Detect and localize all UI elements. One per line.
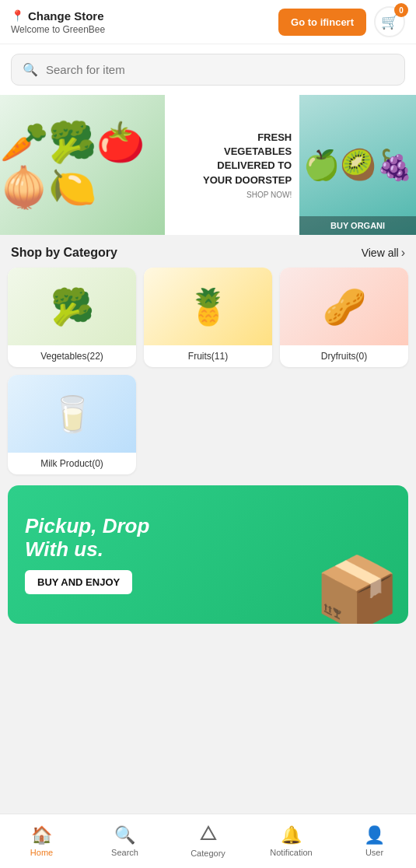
category-section-title: Shop by Category xyxy=(11,246,117,260)
search-bar[interactable]: 🔍 xyxy=(11,54,405,86)
user-icon: 👤 xyxy=(364,825,385,845)
category-card-fruits[interactable]: 🍍 Fruits(11) xyxy=(144,268,272,367)
banner-area: 🥕🥦🍅🧅🍋 FRESH VEGETABLES DELIVERED TO YOUR… xyxy=(0,95,416,235)
banner-side-label: BUY ORGANI xyxy=(302,221,413,230)
nav-item-user[interactable]: 👤 User xyxy=(333,814,416,868)
banner-main[interactable]: 🥕🥦🍅🧅🍋 FRESH VEGETABLES DELIVERED TO YOUR… xyxy=(0,95,299,235)
category-label-fruits: Fruits(11) xyxy=(144,345,272,367)
nav-item-notification[interactable]: 🔔 Notification xyxy=(250,814,333,868)
nav-item-home[interactable]: 🏠 Home xyxy=(0,814,83,868)
delivery-heading: Pickup, Drop With us. xyxy=(25,515,149,562)
banner-side-image: 🍏🥝🍇 xyxy=(299,95,416,235)
nav-label-search: Search xyxy=(111,848,138,857)
home-icon: 🏠 xyxy=(31,825,52,845)
header: 📍 Change Store Welcome to GreenBee Go to… xyxy=(0,0,416,44)
delivery-banner[interactable]: Pickup, Drop With us. BUY AND ENJOY 📦 xyxy=(8,485,408,624)
search-icon: 🔍 xyxy=(23,62,38,77)
location-icon: 📍 xyxy=(11,9,24,22)
go-to-ifincert-button[interactable]: Go to ifincert xyxy=(278,9,366,36)
banner-text: FRESH VEGETABLES DELIVERED TO YOUR DOORS… xyxy=(203,131,292,199)
category-card-vegetables[interactable]: 🥦 Vegetables(22) xyxy=(8,268,136,367)
nav-label-user: User xyxy=(365,848,383,857)
delivery-text-block: Pickup, Drop With us. BUY AND ENJOY xyxy=(25,515,149,595)
category-image-vegetables: 🥦 xyxy=(8,268,136,345)
nav-search-icon: 🔍 xyxy=(114,825,135,845)
bottom-nav: 🏠 Home 🔍 Search Category 🔔 Notification … xyxy=(0,814,416,868)
category-label-vegetables: Vegetables(22) xyxy=(8,345,136,367)
category-icon xyxy=(200,825,217,846)
welcome-text: Welcome to GreenBee xyxy=(11,24,105,35)
banner-side-overlay: BUY ORGANI xyxy=(299,216,416,235)
banner-cta: SHOP NOW! xyxy=(203,191,292,199)
chevron-right-icon: › xyxy=(401,246,405,260)
nav-label-category: Category xyxy=(191,849,225,858)
banner-side[interactable]: 🍏🥝🍇 BUY ORGANI xyxy=(299,95,416,235)
category-label-dryfruits: Dryfruits(0) xyxy=(280,345,408,367)
nav-label-home: Home xyxy=(30,848,53,857)
header-right: Go to ifincert 🛒 0 xyxy=(278,6,405,37)
search-container: 🔍 xyxy=(0,44,416,95)
category-grid-row1: 🥦 Vegetables(22) 🍍 Fruits(11) 🥜 Dryfruit… xyxy=(0,268,416,375)
category-image-milk: 🥛 xyxy=(8,375,136,453)
change-store-button[interactable]: 📍 Change Store xyxy=(11,9,105,23)
nav-item-category[interactable]: Category xyxy=(166,814,250,868)
delivery-cta[interactable]: BUY AND ENJOY xyxy=(25,570,132,594)
banner-title: FRESH VEGETABLES DELIVERED TO YOUR DOORS… xyxy=(203,131,292,187)
view-all-label: View all xyxy=(362,247,399,259)
banner-veg-image: 🥕🥦🍅🧅🍋 xyxy=(0,95,165,235)
view-all-button[interactable]: View all › xyxy=(362,246,405,260)
nav-item-search[interactable]: 🔍 Search xyxy=(83,814,166,868)
svg-marker-0 xyxy=(201,827,215,839)
category-image-dryfruits: 🥜 xyxy=(280,268,408,345)
category-card-milk[interactable]: 🥛 Milk Product(0) xyxy=(8,375,136,474)
header-left: 📍 Change Store Welcome to GreenBee xyxy=(11,9,105,35)
delivery-person-image: 📦 xyxy=(313,558,400,624)
notification-icon: 🔔 xyxy=(281,825,302,845)
category-card-dryfruits[interactable]: 🥜 Dryfruits(0) xyxy=(280,268,408,367)
category-grid-row2: 🥛 Milk Product(0) xyxy=(0,375,416,485)
cart-button[interactable]: 🛒 0 xyxy=(374,6,405,37)
category-image-fruits: 🍍 xyxy=(144,268,272,345)
category-section-header: Shop by Category View all › xyxy=(0,235,416,268)
category-label-milk: Milk Product(0) xyxy=(8,453,136,474)
nav-label-notification: Notification xyxy=(270,848,312,857)
search-input[interactable] xyxy=(46,63,393,76)
change-store-label: Change Store xyxy=(28,9,104,23)
cart-badge: 0 xyxy=(394,3,408,17)
